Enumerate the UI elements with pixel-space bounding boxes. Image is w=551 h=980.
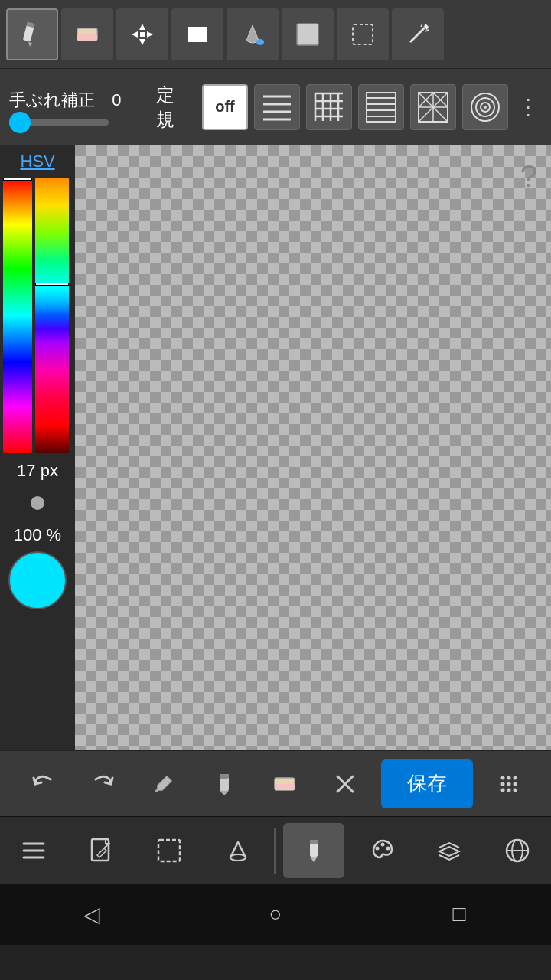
eraser-tool-btn[interactable] — [61, 8, 113, 60]
svg-point-76 — [380, 842, 384, 846]
nav-eraser-btn[interactable] — [207, 823, 268, 878]
ruler-concentric-btn[interactable] — [462, 84, 508, 130]
brush-size-label: 17 px — [17, 461, 58, 481]
ruler-more-btn[interactable]: ⋮ — [514, 94, 542, 119]
svg-line-16 — [421, 24, 422, 27]
svg-rect-74 — [310, 840, 318, 844]
svg-rect-53 — [275, 784, 295, 790]
undo-btn[interactable] — [18, 760, 67, 808]
hue-indicator — [3, 178, 32, 181]
bottom-nav-bar — [0, 816, 551, 884]
stabilizer-label: 手ぶれ補正 0 — [9, 89, 128, 112]
ruler-radial-btn[interactable] — [410, 84, 456, 130]
redo-btn[interactable] — [79, 760, 128, 808]
color-pick-btn[interactable] — [282, 8, 334, 60]
svg-marker-8 — [147, 31, 153, 38]
svg-point-64 — [513, 788, 517, 792]
pen-action-btn[interactable] — [200, 760, 249, 808]
nav-palette-btn[interactable] — [351, 823, 412, 878]
svg-marker-73 — [310, 857, 318, 862]
svg-marker-5 — [139, 24, 145, 30]
svg-marker-6 — [139, 39, 145, 45]
bottom-action-bar: 保存 — [0, 750, 551, 816]
sv-bar[interactable] — [35, 178, 69, 453]
save-btn[interactable]: 保存 — [381, 760, 473, 808]
nav-layers-btn[interactable] — [419, 823, 480, 878]
sys-home-btn[interactable]: ○ — [245, 891, 306, 937]
svg-point-57 — [507, 776, 510, 779]
sys-recent-btn[interactable]: □ — [429, 891, 490, 937]
svg-point-61 — [513, 782, 517, 786]
move-tool-btn[interactable] — [116, 8, 168, 60]
svg-rect-4 — [77, 34, 97, 41]
canvas-help-btn[interactable]: ? — [520, 159, 537, 194]
svg-point-71 — [230, 854, 246, 861]
nav-effects-btn[interactable] — [487, 823, 548, 878]
ruler-off-btn[interactable]: off — [202, 84, 248, 130]
svg-rect-10 — [188, 27, 207, 42]
marquee-btn[interactable] — [337, 8, 389, 60]
sv-indicator — [35, 283, 69, 286]
ruler-grid-btn[interactable] — [306, 84, 352, 130]
canvas-area[interactable]: ‹ ? HSV 17 px 100 % — [0, 145, 551, 750]
ruler-label: 定規 — [156, 83, 190, 132]
size-dot — [31, 496, 44, 510]
opacity-label: 100 % — [14, 525, 61, 545]
svg-marker-1 — [28, 42, 32, 47]
rect-tool-btn[interactable] — [171, 8, 223, 60]
svg-point-62 — [500, 788, 504, 792]
eyedropper-action-btn[interactable] — [139, 760, 188, 808]
svg-rect-51 — [220, 774, 229, 779]
svg-point-60 — [507, 782, 510, 786]
sys-back-btn[interactable]: ◁ — [61, 891, 122, 937]
svg-point-63 — [507, 788, 510, 792]
nav-pen-btn[interactable] — [283, 823, 344, 878]
ruler-parallel-btn[interactable] — [254, 84, 300, 130]
system-nav: ◁ ○ □ — [0, 884, 551, 945]
color-pickers-row — [3, 178, 72, 453]
nav-edit-btn[interactable] — [71, 823, 132, 878]
svg-line-14 — [410, 27, 425, 42]
color-panel: HSV 17 px 100 % — [0, 145, 75, 750]
svg-point-59 — [500, 782, 504, 786]
svg-point-58 — [513, 776, 517, 779]
pencil-tool-btn[interactable] — [6, 8, 58, 60]
wand-btn[interactable] — [392, 8, 444, 60]
nav-divider — [274, 828, 276, 874]
stabilizer-slider[interactable] — [9, 119, 109, 126]
fill-tool-btn[interactable] — [227, 8, 279, 60]
canvas-background — [0, 145, 551, 750]
stabilizer-section: 手ぶれ補正 0 — [9, 89, 128, 126]
svg-rect-31 — [367, 93, 396, 122]
svg-point-48 — [155, 789, 158, 792]
svg-point-11 — [256, 39, 264, 45]
ruler-stripe-btn[interactable] — [358, 84, 404, 130]
svg-point-46 — [484, 106, 487, 109]
current-color-preview[interactable] — [8, 551, 67, 609]
svg-point-56 — [500, 776, 504, 779]
hue-bar[interactable] — [3, 178, 32, 453]
svg-rect-9 — [140, 32, 145, 37]
svg-point-75 — [375, 846, 379, 850]
size-slider[interactable] — [4, 484, 71, 522]
grid-action-btn[interactable] — [484, 760, 533, 808]
svg-rect-12 — [297, 24, 318, 45]
svg-line-17 — [425, 30, 429, 31]
stabilizer-thumb[interactable] — [9, 112, 31, 133]
svg-point-77 — [386, 846, 390, 850]
top-toolbar — [0, 0, 551, 69]
svg-rect-13 — [353, 24, 373, 44]
ruler-toolbar: 手ぶれ補正 0 定規 off — [0, 69, 551, 145]
svg-marker-7 — [132, 31, 138, 38]
svg-rect-70 — [158, 840, 180, 861]
nav-menu-btn[interactable] — [3, 823, 64, 878]
hsv-mode-btn[interactable]: HSV — [20, 152, 54, 172]
cancel-action-btn[interactable] — [321, 760, 370, 808]
svg-marker-50 — [220, 791, 229, 795]
eraser-action-btn[interactable] — [260, 760, 309, 808]
nav-selection-btn[interactable] — [139, 823, 200, 878]
